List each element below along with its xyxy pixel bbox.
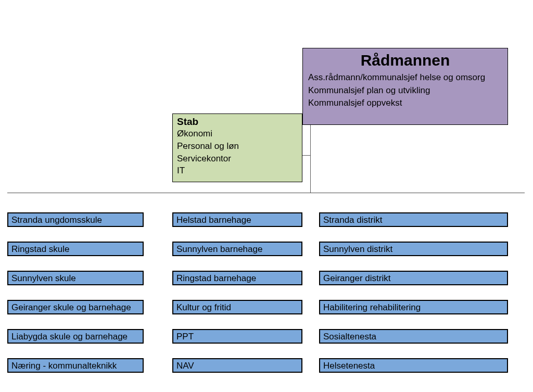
unit-col2-row4: Kultur og fritid xyxy=(172,300,302,314)
unit-col1-row1: Stranda ungdomsskule xyxy=(7,212,144,227)
stab-box: Stab Økonomi Personal og løn Servicekont… xyxy=(172,113,302,182)
unit-col2-row5: PPT xyxy=(172,329,302,344)
radmann-line-1: Ass.rådmann/kommunalsjef helse og omsorg xyxy=(308,71,502,84)
radmann-line-2: Kommunalsjef plan og utvikling xyxy=(308,84,502,97)
connector-main xyxy=(7,193,525,193)
unit-col3-row4: Habilitering rehabilitering xyxy=(319,300,508,314)
unit-col1-row6: Næring - kommunalteknikk xyxy=(7,358,144,373)
unit-col1-row2: Ringstad skule xyxy=(7,242,144,256)
radmann-box: Rådmannen Ass.rådmann/kommunalsjef helse… xyxy=(302,48,508,125)
connector-vertical xyxy=(310,125,311,193)
unit-col1-row5: Liabygda skule og barnehage xyxy=(7,329,144,344)
unit-col1-row4: Geiranger skule og barnehage xyxy=(7,300,144,314)
stab-line-2: Personal og løn xyxy=(177,140,298,153)
stab-line-1: Økonomi xyxy=(177,128,298,140)
unit-col3-row2: Sunnylven distrikt xyxy=(319,242,508,256)
unit-col2-row2: Sunnylven barnehage xyxy=(172,242,302,256)
radmann-title: Rådmannen xyxy=(308,52,502,69)
connector-stab-link xyxy=(302,155,310,156)
radmann-line-3: Kommunalsjef oppvekst xyxy=(308,97,502,110)
unit-col2-row1: Helstad barnehage xyxy=(172,212,302,227)
unit-col3-row3: Geiranger distrikt xyxy=(319,271,508,285)
stab-line-3: Servicekontor xyxy=(177,153,298,165)
unit-col1-row3: Sunnylven skule xyxy=(7,271,144,285)
stab-title: Stab xyxy=(177,116,298,128)
unit-col2-row3: Ringstad barnehage xyxy=(172,271,302,285)
unit-col3-row5: Sosialtenesta xyxy=(319,329,508,344)
unit-col2-row6: NAV xyxy=(172,358,302,373)
unit-col3-row1: Stranda distrikt xyxy=(319,212,508,227)
unit-col3-row6: Helsetenesta xyxy=(319,358,508,373)
stab-line-4: IT xyxy=(177,165,298,177)
